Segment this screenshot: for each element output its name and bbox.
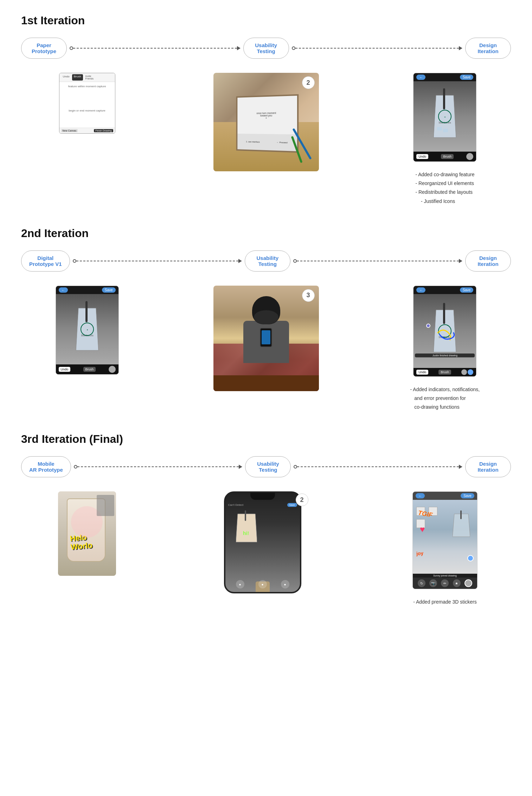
- finish-drawing-btn: Finish Drawing: [94, 129, 113, 132]
- invite-tab: InviteFriends: [84, 74, 95, 81]
- ar-screen-2: ← Save Starbucks: [413, 286, 476, 377]
- sunny-bar: Sunny joined drawing: [413, 574, 477, 578]
- paper-prototype-screen: Undo Brush InviteFriends feature within …: [59, 73, 115, 134]
- starbucks-cup-1: Starbucks ✦: [431, 88, 459, 145]
- flow-node-design-iteration-1: DesignIteration: [465, 38, 511, 59]
- usability-photo-1: once turn momenttoward you× 1. see inter…: [213, 73, 319, 171]
- col-usability-photo-2: 3: [167, 286, 365, 391]
- brush-2[interactable]: Brush: [438, 370, 451, 375]
- feature-text: feature within moment capture: [62, 85, 112, 88]
- dash-arrow: [459, 259, 462, 263]
- col-ar-result-2: ← Save Starbucks: [379, 286, 511, 412]
- dash-line: [76, 261, 238, 261]
- ar-avatar-1: [466, 153, 473, 160]
- notch: [250, 493, 275, 500]
- screen-in-frame: once turn momenttoward you×: [237, 96, 297, 135]
- ar-undo-btn-1[interactable]: Undo: [416, 154, 428, 159]
- screen-top-bar: Can't Detect Save: [225, 502, 300, 508]
- undo-2[interactable]: Undo: [416, 370, 428, 375]
- notes-text-2: - Added indicators, notifications, and e…: [410, 385, 480, 412]
- photo-icon[interactable]: 📷: [429, 579, 437, 587]
- ar-save-button-1[interactable]: Save: [460, 75, 474, 80]
- avatar-v1: [109, 366, 116, 373]
- ar-back-2[interactable]: ←: [416, 287, 425, 293]
- avatar-bottom: [464, 579, 472, 587]
- section-title-1: 1st Iteration: [21, 14, 511, 27]
- btn-dot-3: ●: [281, 580, 289, 588]
- cup-v1: Starbucks ✦: [73, 301, 101, 357]
- hair: [252, 296, 280, 324]
- section-title-3: 3rd Iteration (Final): [21, 433, 511, 446]
- paper-body: feature within moment capture begin or e…: [59, 82, 115, 128]
- photo-bg-1: once turn momenttoward you× 1. see inter…: [213, 73, 319, 171]
- brush-icon[interactable]: ✏: [441, 579, 449, 587]
- phone-screen: [262, 330, 270, 344]
- bottom-icons-row: ↻ 📷 ✏ ★: [413, 578, 477, 589]
- ar-save-v1[interactable]: Save: [102, 287, 116, 293]
- flow-node-design-iteration-3: DesignIteration: [465, 456, 511, 477]
- ar-screen-v1: ← Save Starbucks ✦ Undo Brush: [56, 286, 119, 375]
- rotate-icon[interactable]: ↻: [418, 579, 425, 587]
- content-row-2: ← Save Starbucks ✦ Undo Brush: [21, 286, 511, 412]
- flow-node-design-iteration-2: DesignIteration: [465, 250, 511, 272]
- ar-header-2: ← Save: [414, 286, 476, 294]
- iteration-1: 1st Iteration PaperPrototype UsabilityTe…: [21, 14, 511, 206]
- sticker-text-2: joy: [416, 550, 424, 556]
- col-hello-world: HeloWorlo: [21, 491, 153, 576]
- connector-2b: [290, 259, 465, 263]
- ar-header-1: ← Save: [414, 73, 476, 81]
- flow-node-paper-prototype: PaperPrototype: [21, 38, 67, 59]
- notes-text-1: - Added co-drawing feature - Reorganized…: [415, 170, 474, 206]
- undo-v1[interactable]: Undo: [59, 367, 71, 372]
- phone-frame-3: Can't Detect Save hi!: [224, 491, 301, 593]
- dash-line: [297, 466, 459, 467]
- preview-text: 1. see interface: [246, 141, 259, 143]
- ar-save-2[interactable]: Save: [460, 287, 474, 293]
- ar-back-v1[interactable]: ←: [59, 287, 68, 293]
- dash-circle: [74, 465, 77, 469]
- paper-footer: New Canvas Finish Drawing: [59, 128, 115, 133]
- dash-arrow: [238, 259, 242, 263]
- content-row-1: Undo Brush InviteFriends feature within …: [21, 73, 511, 206]
- screen-save-btn[interactable]: Save: [287, 503, 297, 507]
- flow-node-usability-2: UsabilityTesting: [245, 250, 290, 272]
- ar-screen-1: ← Save Starbucks ✦: [413, 73, 476, 162]
- cup-2: Starbucks: [431, 303, 459, 359]
- section-title-2: 2nd Iteration: [21, 227, 511, 240]
- dash-arrow: [459, 465, 462, 469]
- phone-screen-3: Can't Detect Save hi!: [225, 493, 300, 592]
- arms: [243, 328, 289, 347]
- ar-save-3[interactable]: Save: [461, 493, 474, 498]
- flow-node-usability-1: UsabilityTesting: [243, 38, 289, 59]
- ar-back-button-1[interactable]: ←: [416, 75, 425, 80]
- dash-line: [295, 48, 459, 49]
- dash-arrow: [237, 46, 241, 50]
- notes-container-2: - Added indicators, notifications, and e…: [410, 382, 480, 412]
- connector-1a: [67, 46, 243, 50]
- sticker-icon[interactable]: ★: [453, 579, 461, 587]
- ar-back-3[interactable]: ←: [416, 493, 425, 498]
- svg-text:✦: ✦: [86, 329, 88, 331]
- undo-tab: Undo: [61, 74, 71, 81]
- photo-bg-2: [213, 286, 319, 391]
- flow-node-digital-prototype: DigitalPrototype V1: [21, 250, 70, 272]
- notes-col-1: - Added co-drawing feature - Reorganized…: [415, 167, 474, 206]
- svg-rect-4: [437, 127, 442, 130]
- table-2: [213, 375, 319, 391]
- cup-svg-3rd: [453, 510, 470, 539]
- cup-3d: [453, 510, 470, 540]
- paper-header: Undo Brush InviteFriends: [59, 73, 115, 82]
- indicator-dot: [426, 324, 430, 328]
- notes-container-3: - Added premade 3D stickers: [413, 595, 477, 606]
- screen-footer: 1. see interface ← Proceed: [237, 134, 297, 151]
- svg-rect-13: [245, 510, 246, 521]
- dash-circle: [73, 259, 76, 263]
- body: [243, 321, 289, 363]
- screen-label: Can't Detect: [228, 503, 244, 507]
- ar-brush-btn-1[interactable]: Brush: [441, 154, 454, 159]
- dash-circle: [293, 259, 297, 263]
- dash-arrow: [239, 465, 242, 469]
- notification-bar: Justin finished drawing: [415, 354, 475, 357]
- flow-node-mobile-ar: MobileAR Prototype: [21, 456, 71, 477]
- brush-v1[interactable]: Brush: [83, 367, 96, 372]
